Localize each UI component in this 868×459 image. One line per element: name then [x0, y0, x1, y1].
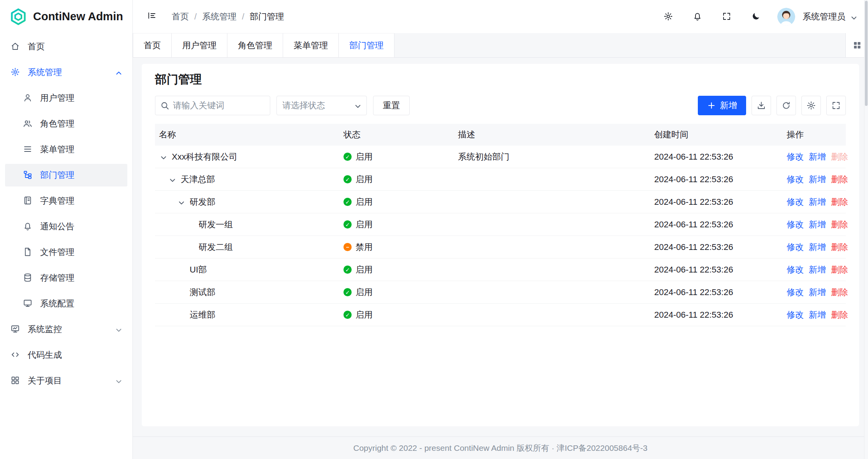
- tab-departments[interactable]: 部门管理: [339, 33, 394, 57]
- sidebar-item-about[interactable]: 关于项目: [5, 369, 127, 392]
- actions-cell: 修改 新增 删除: [783, 174, 846, 185]
- sidebar-item-dictionary[interactable]: 字典管理: [5, 190, 127, 212]
- sidebar-item-label: 角色管理: [40, 118, 74, 130]
- department-name-cell: 研发一组: [155, 219, 340, 230]
- chevron-down-icon: [849, 13, 856, 20]
- delete-link[interactable]: 删除: [831, 174, 848, 185]
- department-name: 研发二组: [199, 241, 233, 253]
- tab-roles[interactable]: 角色管理: [227, 33, 283, 57]
- sidebar-item-monitoring[interactable]: 系统监控: [5, 318, 127, 341]
- topbar: 首页 / 系统管理 / 部门管理: [133, 0, 868, 33]
- expand-caret-icon[interactable]: [177, 198, 185, 206]
- add-link[interactable]: 新增: [809, 196, 826, 208]
- delete-link[interactable]: 删除: [831, 219, 848, 230]
- sidebar-menu: 首页 系统管理 用户管理 角色管理 菜单管理 部门管理 字典管理: [0, 33, 132, 459]
- table-fullscreen-button[interactable]: [826, 96, 846, 115]
- add-link[interactable]: 新增: [809, 151, 826, 163]
- file-icon: [23, 247, 33, 257]
- sidebar-item-departments[interactable]: 部门管理: [5, 164, 127, 186]
- delete-link[interactable]: 删除: [831, 196, 848, 208]
- tab-home[interactable]: 首页: [133, 33, 172, 57]
- settings-button[interactable]: [660, 9, 677, 25]
- table-row: 研发一组 ✓ 启用 2024-06-11 22:53:26 修改 新增 删除: [155, 213, 846, 236]
- delete-link[interactable]: 删除: [831, 309, 848, 321]
- refresh-button[interactable]: [776, 96, 796, 115]
- modify-link[interactable]: 修改: [787, 241, 804, 253]
- notifications-button[interactable]: [690, 9, 706, 25]
- modify-link[interactable]: 修改: [787, 264, 804, 276]
- sidebar-item-system[interactable]: 系统管理: [5, 61, 127, 84]
- column-settings-button[interactable]: [801, 96, 821, 115]
- department-card: 部门管理 请选择状态 重置 新增: [142, 64, 859, 426]
- user-menu[interactable]: 系统管理员: [803, 11, 856, 23]
- sidebar-item-notices[interactable]: 通知公告: [5, 215, 127, 238]
- add-link[interactable]: 新增: [809, 264, 826, 276]
- add-button[interactable]: 新增: [698, 96, 746, 115]
- add-link[interactable]: 新增: [809, 309, 826, 321]
- sidebar-item-label: 系统监控: [28, 324, 62, 335]
- add-link[interactable]: 新增: [809, 241, 826, 253]
- status-cell: ✓ 启用: [340, 264, 454, 276]
- sidebar-item-storage[interactable]: 存储管理: [5, 267, 127, 289]
- sidebar-item-codegen[interactable]: 代码生成: [5, 344, 127, 366]
- modify-link[interactable]: 修改: [787, 309, 804, 321]
- sidebar-item-menus[interactable]: 菜单管理: [5, 138, 127, 161]
- column-header-description: 描述: [454, 129, 650, 141]
- add-link[interactable]: 新增: [809, 174, 826, 185]
- sidebar-item-system-config[interactable]: 系统配置: [5, 292, 127, 315]
- sidebar-item-roles[interactable]: 角色管理: [5, 113, 127, 135]
- expand-caret-icon[interactable]: [159, 153, 167, 161]
- fullscreen-button[interactable]: [719, 9, 735, 25]
- bell-icon: [23, 222, 33, 232]
- search-box[interactable]: [155, 96, 270, 115]
- breadcrumb-separator: /: [242, 12, 244, 22]
- status-cell: ✓ 启用: [340, 174, 454, 185]
- modify-link[interactable]: 修改: [787, 196, 804, 208]
- status-select-placeholder: 请选择状态: [282, 100, 325, 111]
- modify-link[interactable]: 修改: [787, 174, 804, 185]
- export-button[interactable]: [752, 96, 771, 115]
- modify-link[interactable]: 修改: [787, 151, 804, 163]
- delete-link[interactable]: 删除: [831, 287, 848, 298]
- gear-icon: [664, 12, 674, 22]
- status-select[interactable]: 请选择状态: [276, 96, 367, 115]
- breadcrumb-system[interactable]: 系统管理: [202, 11, 236, 23]
- footer: Copyright © 2022 - present ContiNew Admi…: [133, 436, 868, 459]
- reset-button[interactable]: 重置: [373, 96, 410, 115]
- sidebar-item-home[interactable]: 首页: [5, 35, 127, 58]
- status-icon: ✓: [343, 266, 352, 274]
- delete-link[interactable]: 删除: [831, 264, 848, 276]
- scrollbar[interactable]: [864, 0, 868, 459]
- modify-link[interactable]: 修改: [787, 219, 804, 230]
- actions-cell: 修改 新增 删除: [783, 196, 846, 208]
- delete-link[interactable]: 删除: [831, 241, 848, 253]
- main-column: 首页 / 系统管理 / 部门管理: [133, 0, 868, 459]
- sidebar-item-label: 关于项目: [28, 375, 62, 387]
- scrollbar-thumb[interactable]: [865, 1, 868, 106]
- search-input[interactable]: [173, 100, 265, 111]
- column-header-status: 状态: [340, 129, 454, 141]
- add-link[interactable]: 新增: [809, 219, 826, 230]
- created-time-cell: 2024-06-11 22:53:26: [650, 310, 783, 320]
- tab-users[interactable]: 用户管理: [172, 33, 227, 57]
- logo-row[interactable]: ContiNew Admin: [0, 0, 132, 33]
- expand-caret-icon[interactable]: [168, 176, 176, 183]
- status-badge: 启用: [356, 174, 373, 185]
- delete-link[interactable]: 删除: [831, 151, 848, 163]
- table-row: 研发二组 − 禁用 2024-06-11 22:53:26 修改 新增 删除: [155, 236, 846, 259]
- tab-menus[interactable]: 菜单管理: [283, 33, 339, 57]
- sidebar-item-files[interactable]: 文件管理: [5, 241, 127, 264]
- department-name: 研发一组: [199, 219, 233, 230]
- dark-mode-button[interactable]: [748, 9, 764, 25]
- sidebar-collapse-button[interactable]: [144, 8, 162, 25]
- department-name-cell: Xxx科技有限公司: [155, 151, 340, 163]
- topbar-actions: 系统管理员: [660, 8, 856, 26]
- sidebar-item-users[interactable]: 用户管理: [5, 87, 127, 109]
- breadcrumb-home[interactable]: 首页: [172, 11, 189, 23]
- app-logo-icon: [9, 8, 27, 26]
- breadcrumb-separator: /: [194, 12, 197, 22]
- avatar[interactable]: [777, 8, 795, 26]
- grid-icon: [852, 40, 862, 50]
- modify-link[interactable]: 修改: [787, 287, 804, 298]
- add-link[interactable]: 新增: [809, 287, 826, 298]
